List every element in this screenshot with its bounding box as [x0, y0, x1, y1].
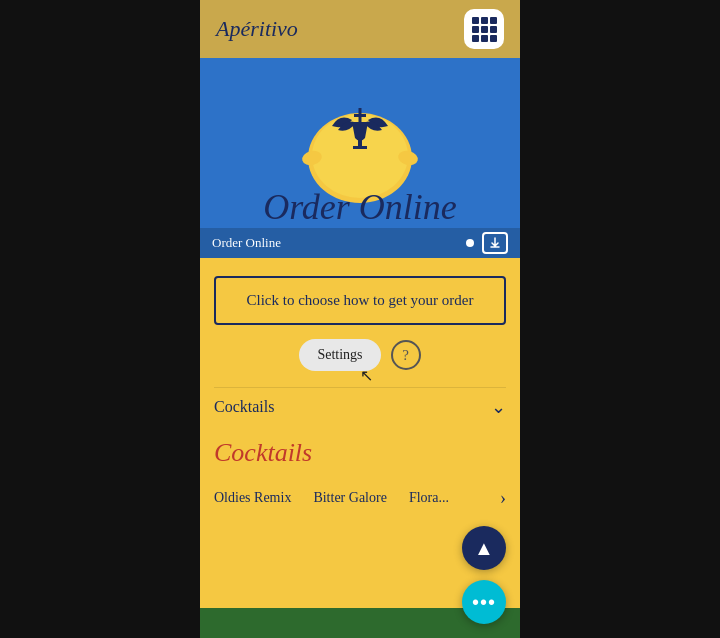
grid-icon	[472, 17, 497, 42]
settings-row: Settings ↖ ?	[299, 339, 420, 371]
settings-button[interactable]: Settings ↖	[299, 339, 380, 371]
download-icon	[482, 232, 508, 254]
hero-section: Order Online Order Online	[200, 58, 520, 258]
pagination-dot	[466, 239, 474, 247]
tabs-arrow-icon[interactable]: ›	[500, 488, 506, 509]
svg-rect-7	[353, 146, 367, 149]
hero-title: Order Online	[200, 186, 520, 228]
scroll-up-button[interactable]: ▲	[462, 526, 506, 570]
cocktails-section-row[interactable]: Cocktails ⌄	[214, 387, 506, 426]
svg-rect-6	[358, 138, 362, 146]
phone-app: Apéritivo	[200, 0, 520, 638]
category-tabs: Oldies Remix Bitter Galore Flora... ›	[214, 484, 506, 512]
help-button[interactable]: ?	[391, 340, 421, 370]
cocktails-heading: Cocktails	[214, 438, 506, 468]
hero-label-text: Order Online	[212, 235, 281, 251]
tab-floral[interactable]: Flora...	[409, 484, 449, 512]
app-title: Apéritivo	[216, 16, 298, 42]
cocktails-row-label: Cocktails	[214, 398, 274, 416]
chevron-down-icon: ⌄	[491, 396, 506, 418]
grid-menu-button[interactable]	[464, 9, 504, 49]
tab-oldies-remix[interactable]: Oldies Remix	[214, 484, 291, 512]
tab-bitter-galore[interactable]: Bitter Galore	[313, 484, 386, 512]
svg-rect-5	[354, 114, 366, 117]
cursor-indicator: ↖	[360, 366, 373, 385]
order-fulfillment-button[interactable]: Click to choose how to get your order	[214, 276, 506, 325]
hero-label-bar: Order Online	[200, 228, 520, 258]
app-header: Apéritivo	[200, 0, 520, 58]
more-options-button[interactable]: •••	[462, 580, 506, 624]
hero-label-icons	[466, 232, 508, 254]
